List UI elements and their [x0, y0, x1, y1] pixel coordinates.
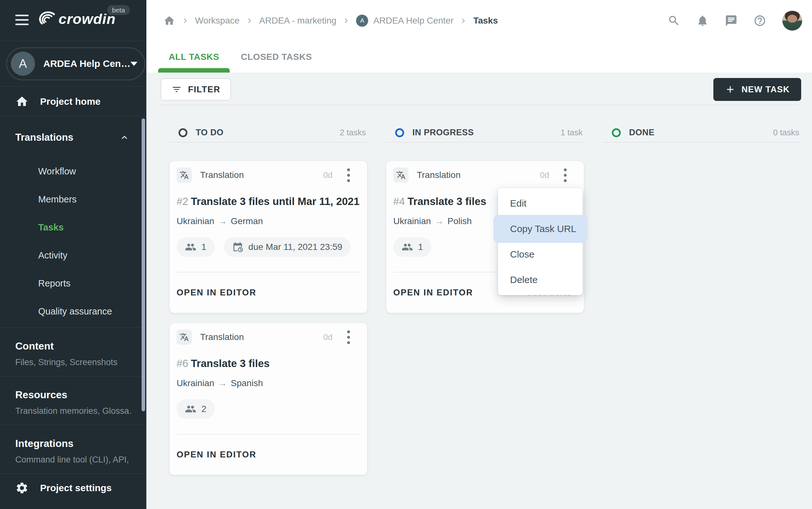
- tab-label: CLOSED TASKS: [241, 52, 312, 62]
- sidebar-item-tasks[interactable]: Tasks: [0, 213, 146, 241]
- tab-closed-tasks[interactable]: CLOSED TASKS: [231, 41, 322, 73]
- task-type-label: Translation: [417, 170, 460, 180]
- group-subtitle: Files, Strings, Screenshots: [15, 358, 131, 367]
- sidebar-scrollbar-thumb[interactable]: [142, 118, 145, 411]
- sidebar-item-workflow[interactable]: Workflow: [0, 157, 146, 185]
- people-icon: [401, 241, 413, 253]
- help-icon[interactable]: [753, 14, 766, 27]
- task-title: Translate 3 files until Mar 11, 2021: [191, 196, 359, 207]
- sidebar-item-label: Project home: [40, 96, 101, 107]
- arrow-right-icon: →: [218, 378, 227, 388]
- breadcrumb-project[interactable]: ARDEA Help Center: [373, 15, 453, 26]
- breadcrumb-current-tasks: Tasks: [473, 15, 498, 26]
- menu-item-edit[interactable]: Edit: [498, 191, 582, 216]
- status-ring-icon: [395, 128, 404, 137]
- sidebar: crowdin beta A ARDEA Help Cen… Project h…: [0, 0, 146, 509]
- status-ring-icon: [612, 128, 621, 137]
- translations-section-toggle[interactable]: Translations: [0, 132, 146, 143]
- project-avatar: A: [11, 52, 35, 76]
- open-in-editor-button[interactable]: OPEN IN EDITOR: [177, 450, 256, 460]
- sidebar-item-quality-assurance[interactable]: Quality assurance: [0, 297, 146, 325]
- project-name: ARDEA Help Cen…: [43, 58, 131, 69]
- assignees-count: 1: [202, 242, 207, 252]
- sidebar-item-project-home[interactable]: Project home: [0, 87, 146, 116]
- menu-item-copy-task-url[interactable]: Copy Task URL: [498, 216, 582, 242]
- sidebar-item-label: Project settings: [40, 483, 112, 494]
- group-subtitle: Command line tool (CLI), API, …: [15, 455, 131, 465]
- column-count: 0 tasks: [773, 128, 799, 137]
- assignees-chip: 2: [177, 399, 215, 419]
- translation-type-icon: [177, 167, 192, 183]
- hamburger-menu-icon[interactable]: [15, 14, 29, 25]
- task-kebab-menu-icon[interactable]: [345, 167, 352, 183]
- status-ring-icon: [178, 128, 187, 137]
- target-language: Spanish: [231, 378, 263, 388]
- group-subtitle: Translation memories, Glossa…: [15, 406, 131, 416]
- open-in-editor-button[interactable]: OPEN IN EDITOR: [393, 288, 473, 298]
- topbar-actions: [668, 10, 812, 31]
- breadcrumb: Workspace ARDEA - marketing A ARDEA Help…: [146, 14, 498, 27]
- project-selector[interactable]: A ARDEA Help Cen…: [6, 47, 145, 80]
- chevron-right-icon: [342, 16, 351, 26]
- messages-chat-icon[interactable]: [725, 14, 738, 27]
- task-id: #4: [393, 196, 405, 207]
- column-to-do: TO DO 2 tasks Translation 0d #2T: [170, 105, 367, 475]
- open-in-editor-button[interactable]: OPEN IN EDITOR: [177, 288, 256, 298]
- active-tab-indicator: [158, 68, 230, 73]
- assignees-count: 2: [202, 404, 207, 414]
- crowdin-logo[interactable]: crowdin: [37, 11, 116, 27]
- search-icon[interactable]: [668, 14, 680, 27]
- task-kebab-menu-icon[interactable]: [562, 167, 569, 183]
- due-date-chip: due Mar 11, 2021 23:59: [224, 237, 351, 257]
- sidebar-item-activity[interactable]: Activity: [0, 241, 146, 269]
- chevron-right-icon: [245, 16, 254, 26]
- home-icon[interactable]: [163, 14, 175, 27]
- sidebar-item-reports[interactable]: Reports: [0, 269, 146, 297]
- task-id: #6: [177, 358, 188, 369]
- notifications-bell-icon[interactable]: [696, 14, 709, 27]
- beta-badge: beta: [107, 5, 130, 15]
- card-divider: [177, 434, 360, 435]
- target-language: German: [231, 216, 263, 226]
- topbar: Workspace ARDEA - marketing A ARDEA Help…: [146, 0, 812, 41]
- filter-button[interactable]: FILTER: [161, 78, 231, 101]
- chevron-right-icon: [180, 16, 190, 26]
- source-language: Ukrainian: [177, 378, 214, 388]
- task-type-label: Translation: [200, 332, 244, 342]
- caret-down-icon: [131, 62, 137, 66]
- sidebar-item-project-settings[interactable]: Project settings: [0, 474, 146, 502]
- toolbar: FILTER NEW TASK: [146, 73, 812, 101]
- user-avatar[interactable]: [782, 10, 803, 31]
- sidebar-item-integrations[interactable]: Integrations Command line tool (CLI), AP…: [0, 425, 146, 474]
- column-name: IN PROGRESS: [412, 128, 474, 137]
- column-count: 1 task: [561, 128, 582, 137]
- language-pair: Ukrainian → Spanish: [177, 378, 360, 388]
- assignees-chip: 1: [393, 237, 431, 257]
- menu-item-delete[interactable]: Delete: [498, 267, 582, 293]
- calendar-clock-icon: [232, 241, 243, 253]
- menu-item-close[interactable]: Close: [498, 242, 582, 267]
- sidebar-item-members[interactable]: Members: [0, 185, 146, 213]
- tab-label: ALL TASKS: [169, 52, 219, 62]
- sidebar-item-resources[interactable]: Resources Translation memories, Glossa…: [0, 376, 146, 425]
- task-age: 0d: [323, 170, 332, 180]
- task-kebab-menu-icon[interactable]: [345, 329, 352, 345]
- task-id: #2: [177, 196, 188, 207]
- tab-all-tasks[interactable]: ALL TASKS: [158, 41, 230, 73]
- translation-type-icon: [177, 330, 192, 345]
- filter-icon: [172, 84, 182, 95]
- breadcrumb-workspace[interactable]: Workspace: [195, 15, 240, 26]
- task-card-2: Translation 0d #2Translate 3 files until…: [170, 161, 367, 313]
- task-age: 0d: [323, 332, 332, 342]
- source-language: Ukrainian: [393, 216, 431, 226]
- sidebar-item-content[interactable]: Content Files, Strings, Screenshots: [0, 328, 146, 376]
- source-language: Ukrainian: [177, 216, 214, 226]
- logo-wordmark: crowdin: [59, 11, 116, 27]
- translation-type-icon: [393, 167, 409, 183]
- translations-nav: Workflow Members Tasks Activity Reports …: [0, 143, 146, 327]
- new-task-button[interactable]: NEW TASK: [713, 78, 801, 101]
- breadcrumb-org[interactable]: ARDEA - marketing: [259, 15, 337, 26]
- column-cards: Translation 0d #2Translate 3 files until…: [170, 143, 367, 475]
- assignees-count: 1: [418, 242, 423, 252]
- board-content: FILTER NEW TASK TO DO 2 tasks: [146, 73, 812, 509]
